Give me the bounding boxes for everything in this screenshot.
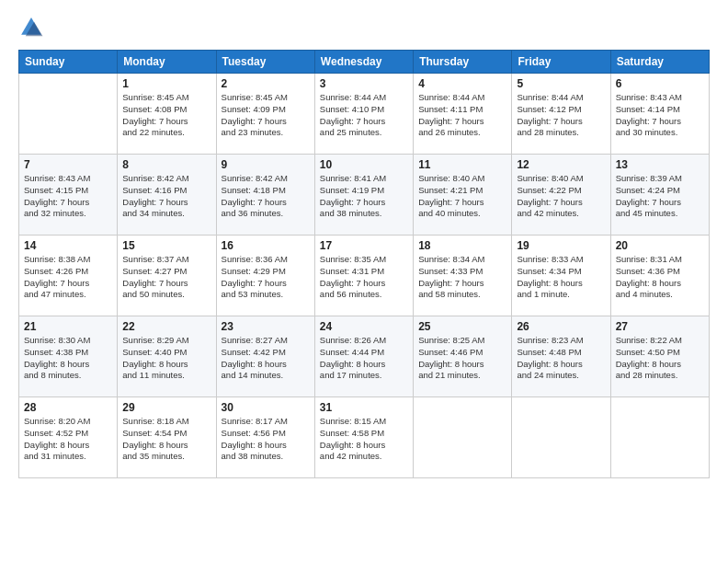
day-number: 10 [320, 158, 408, 171]
weekday-header-thursday: Thursday [414, 51, 512, 74]
day-info: Sunrise: 8:30 AM Sunset: 4:38 PM Dayligh… [24, 335, 112, 382]
calendar-page: SundayMondayTuesdayWednesdayThursdayFrid… [0, 0, 728, 563]
day-number: 27 [616, 320, 704, 333]
day-number: 24 [320, 320, 408, 333]
day-number: 11 [418, 158, 506, 171]
weekday-header-monday: Monday [118, 51, 216, 74]
day-info: Sunrise: 8:35 AM Sunset: 4:31 PM Dayligh… [320, 254, 408, 301]
day-number: 1 [122, 77, 210, 90]
calendar-cell [19, 74, 118, 155]
calendar-cell: 4Sunrise: 8:44 AM Sunset: 4:11 PM Daylig… [414, 74, 512, 155]
calendar-cell: 12Sunrise: 8:40 AM Sunset: 4:22 PM Dayli… [512, 155, 610, 236]
weekday-header-row: SundayMondayTuesdayWednesdayThursdayFrid… [19, 51, 710, 74]
day-info: Sunrise: 8:44 AM Sunset: 4:12 PM Dayligh… [517, 92, 605, 139]
day-number: 25 [418, 320, 506, 333]
calendar-cell: 11Sunrise: 8:40 AM Sunset: 4:21 PM Dayli… [414, 155, 512, 236]
calendar-cell: 3Sunrise: 8:44 AM Sunset: 4:10 PM Daylig… [314, 74, 413, 155]
day-number: 3 [320, 77, 408, 90]
day-number: 6 [616, 77, 704, 90]
day-number: 5 [517, 77, 605, 90]
day-info: Sunrise: 8:43 AM Sunset: 4:15 PM Dayligh… [24, 173, 112, 220]
day-number: 15 [122, 239, 210, 252]
week-row-2: 7Sunrise: 8:43 AM Sunset: 4:15 PM Daylig… [19, 155, 710, 236]
day-info: Sunrise: 8:33 AM Sunset: 4:34 PM Dayligh… [517, 254, 605, 301]
day-number: 20 [616, 239, 704, 252]
calendar-cell: 5Sunrise: 8:44 AM Sunset: 4:12 PM Daylig… [512, 74, 610, 155]
calendar-cell: 15Sunrise: 8:37 AM Sunset: 4:27 PM Dayli… [118, 236, 216, 316]
calendar-cell: 31Sunrise: 8:15 AM Sunset: 4:58 PM Dayli… [314, 397, 413, 478]
day-info: Sunrise: 8:18 AM Sunset: 4:54 PM Dayligh… [122, 416, 210, 463]
day-info: Sunrise: 8:40 AM Sunset: 4:22 PM Dayligh… [517, 173, 605, 220]
day-info: Sunrise: 8:20 AM Sunset: 4:52 PM Dayligh… [24, 416, 112, 463]
calendar-cell: 8Sunrise: 8:42 AM Sunset: 4:16 PM Daylig… [118, 155, 216, 236]
day-info: Sunrise: 8:42 AM Sunset: 4:18 PM Dayligh… [222, 173, 310, 220]
calendar-cell: 13Sunrise: 8:39 AM Sunset: 4:24 PM Dayli… [610, 155, 709, 236]
day-info: Sunrise: 8:45 AM Sunset: 4:08 PM Dayligh… [122, 92, 210, 139]
day-info: Sunrise: 8:27 AM Sunset: 4:42 PM Dayligh… [222, 335, 310, 382]
weekday-header-saturday: Saturday [610, 51, 709, 74]
day-info: Sunrise: 8:39 AM Sunset: 4:24 PM Dayligh… [616, 173, 704, 220]
day-info: Sunrise: 8:25 AM Sunset: 4:46 PM Dayligh… [418, 335, 506, 382]
calendar-cell: 28Sunrise: 8:20 AM Sunset: 4:52 PM Dayli… [19, 397, 118, 478]
day-info: Sunrise: 8:23 AM Sunset: 4:48 PM Dayligh… [517, 335, 605, 382]
day-number: 14 [24, 239, 112, 252]
day-number: 9 [222, 158, 310, 171]
calendar-cell: 16Sunrise: 8:36 AM Sunset: 4:29 PM Dayli… [216, 236, 314, 316]
week-row-3: 14Sunrise: 8:38 AM Sunset: 4:26 PM Dayli… [19, 236, 710, 316]
calendar-cell: 19Sunrise: 8:33 AM Sunset: 4:34 PM Dayli… [512, 236, 610, 316]
day-info: Sunrise: 8:36 AM Sunset: 4:29 PM Dayligh… [222, 254, 310, 301]
day-info: Sunrise: 8:42 AM Sunset: 4:16 PM Dayligh… [122, 173, 210, 220]
weekday-header-wednesday: Wednesday [314, 51, 413, 74]
day-info: Sunrise: 8:45 AM Sunset: 4:09 PM Dayligh… [222, 92, 310, 139]
calendar-cell: 14Sunrise: 8:38 AM Sunset: 4:26 PM Dayli… [19, 236, 118, 316]
weekday-header-friday: Friday [512, 51, 610, 74]
day-number: 18 [418, 239, 506, 252]
day-number: 7 [24, 158, 112, 171]
calendar-cell: 21Sunrise: 8:30 AM Sunset: 4:38 PM Dayli… [19, 316, 118, 397]
calendar-cell: 30Sunrise: 8:17 AM Sunset: 4:56 PM Dayli… [216, 397, 314, 478]
calendar-cell: 9Sunrise: 8:42 AM Sunset: 4:18 PM Daylig… [216, 155, 314, 236]
day-info: Sunrise: 8:44 AM Sunset: 4:11 PM Dayligh… [418, 92, 506, 139]
calendar-cell: 17Sunrise: 8:35 AM Sunset: 4:31 PM Dayli… [314, 236, 413, 316]
calendar-cell: 18Sunrise: 8:34 AM Sunset: 4:33 PM Dayli… [414, 236, 512, 316]
day-number: 31 [320, 401, 408, 414]
day-number: 23 [222, 320, 310, 333]
week-row-5: 28Sunrise: 8:20 AM Sunset: 4:52 PM Dayli… [19, 397, 710, 478]
day-number: 30 [222, 401, 310, 414]
day-number: 16 [222, 239, 310, 252]
day-info: Sunrise: 8:44 AM Sunset: 4:10 PM Dayligh… [320, 92, 408, 139]
weekday-header-tuesday: Tuesday [216, 51, 314, 74]
calendar-cell: 27Sunrise: 8:22 AM Sunset: 4:50 PM Dayli… [610, 316, 709, 397]
day-number: 13 [616, 158, 704, 171]
day-info: Sunrise: 8:17 AM Sunset: 4:56 PM Dayligh… [222, 416, 310, 463]
header [18, 15, 710, 40]
day-number: 8 [122, 158, 210, 171]
calendar-cell: 6Sunrise: 8:43 AM Sunset: 4:14 PM Daylig… [610, 74, 709, 155]
day-number: 28 [24, 401, 112, 414]
day-info: Sunrise: 8:34 AM Sunset: 4:33 PM Dayligh… [418, 254, 506, 301]
calendar-cell: 1Sunrise: 8:45 AM Sunset: 4:08 PM Daylig… [118, 74, 216, 155]
day-number: 19 [517, 239, 605, 252]
logo-icon [18, 15, 44, 40]
calendar-cell: 26Sunrise: 8:23 AM Sunset: 4:48 PM Dayli… [512, 316, 610, 397]
calendar-cell: 29Sunrise: 8:18 AM Sunset: 4:54 PM Dayli… [118, 397, 216, 478]
calendar-cell: 22Sunrise: 8:29 AM Sunset: 4:40 PM Dayli… [118, 316, 216, 397]
calendar-cell: 23Sunrise: 8:27 AM Sunset: 4:42 PM Dayli… [216, 316, 314, 397]
calendar-cell: 10Sunrise: 8:41 AM Sunset: 4:19 PM Dayli… [314, 155, 413, 236]
day-number: 22 [122, 320, 210, 333]
day-number: 26 [517, 320, 605, 333]
day-number: 29 [122, 401, 210, 414]
calendar-cell: 24Sunrise: 8:26 AM Sunset: 4:44 PM Dayli… [314, 316, 413, 397]
day-info: Sunrise: 8:38 AM Sunset: 4:26 PM Dayligh… [24, 254, 112, 301]
week-row-4: 21Sunrise: 8:30 AM Sunset: 4:38 PM Dayli… [19, 316, 710, 397]
day-number: 4 [418, 77, 506, 90]
calendar-cell: 7Sunrise: 8:43 AM Sunset: 4:15 PM Daylig… [19, 155, 118, 236]
calendar-cell [610, 397, 709, 478]
calendar-cell [512, 397, 610, 478]
weekday-header-sunday: Sunday [19, 51, 118, 74]
day-number: 17 [320, 239, 408, 252]
day-info: Sunrise: 8:37 AM Sunset: 4:27 PM Dayligh… [122, 254, 210, 301]
day-info: Sunrise: 8:43 AM Sunset: 4:14 PM Dayligh… [616, 92, 704, 139]
calendar-cell: 25Sunrise: 8:25 AM Sunset: 4:46 PM Dayli… [414, 316, 512, 397]
week-row-1: 1Sunrise: 8:45 AM Sunset: 4:08 PM Daylig… [19, 74, 710, 155]
